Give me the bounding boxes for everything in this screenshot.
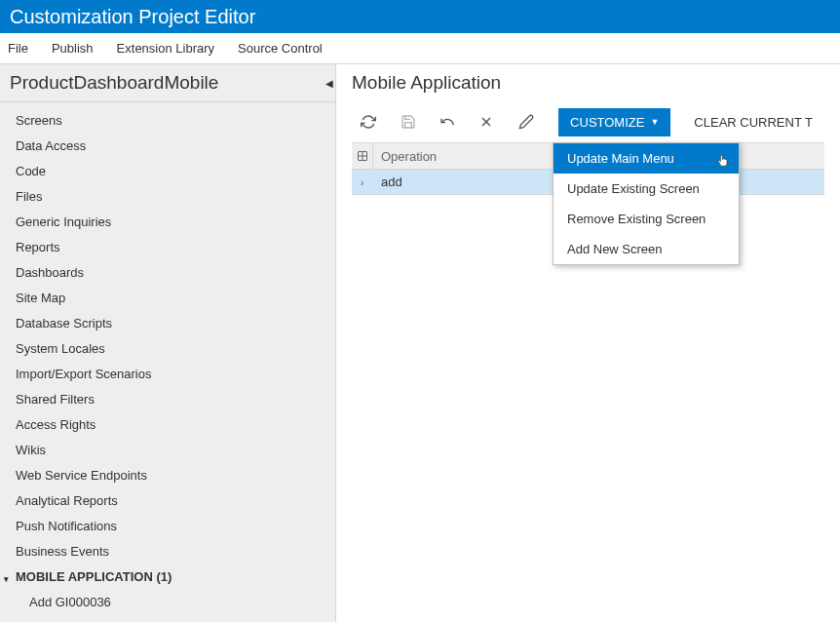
menu-publish[interactable]: Publish xyxy=(52,41,94,56)
customize-button[interactable]: CUSTOMIZE ▼ xyxy=(558,108,670,136)
sidebar-item[interactable]: Business Events xyxy=(0,539,335,564)
sidebar-item[interactable]: Data Access xyxy=(0,134,335,159)
app-header: Customization Project Editor xyxy=(0,0,840,33)
edit-button[interactable] xyxy=(510,107,543,136)
sidebar-item[interactable]: MOBILE APPLICATION (1) xyxy=(0,564,335,590)
grid-header-operation[interactable]: Operation xyxy=(373,149,444,164)
dropdown-update-main-menu[interactable]: Update Main Menu xyxy=(554,143,739,174)
sidebar-item[interactable]: Analytical Reports xyxy=(0,488,335,514)
sidebar-list: ScreensData AccessCodeFilesGeneric Inqui… xyxy=(0,102,335,622)
page-title: Mobile Application xyxy=(336,64,840,101)
sidebar-item[interactable]: Site Map xyxy=(0,286,335,311)
main-panel: Mobile Application CUSTOMIZE ▼ CLE xyxy=(336,64,840,622)
project-name: ProductDashboardMobile xyxy=(10,72,218,93)
dropdown-update-existing-screen[interactable]: Update Existing Screen xyxy=(554,174,739,204)
sidebar: ProductDashboardMobile ◀ ScreensData Acc… xyxy=(0,64,336,622)
table-icon xyxy=(357,150,368,162)
save-button[interactable] xyxy=(391,107,424,136)
customize-label: CUSTOMIZE xyxy=(570,115,644,130)
close-icon xyxy=(478,114,494,130)
undo-button[interactable] xyxy=(431,107,464,136)
dropdown-remove-existing-screen[interactable]: Remove Existing Screen xyxy=(554,204,739,234)
sidebar-item[interactable]: Files xyxy=(0,184,335,210)
sidebar-item[interactable]: Reports xyxy=(0,235,335,260)
sidebar-item[interactable]: Import/Export Scenarios xyxy=(0,362,335,387)
sidebar-item[interactable]: Generic Inquiries xyxy=(0,210,335,235)
sidebar-item[interactable]: Database Scripts xyxy=(0,311,335,336)
dropdown-item-label: Remove Existing Screen xyxy=(567,212,706,226)
collapse-sidebar-icon[interactable]: ◀ xyxy=(325,78,333,89)
chevron-down-icon: ▼ xyxy=(650,117,659,127)
dropdown-item-label: Update Main Menu xyxy=(567,151,674,166)
content: ProductDashboardMobile ◀ ScreensData Acc… xyxy=(0,64,840,622)
save-icon xyxy=(401,114,416,130)
sidebar-item[interactable]: User-Defined Fields xyxy=(0,615,335,622)
dropdown-item-label: Update Existing Screen xyxy=(567,181,700,196)
sidebar-item[interactable]: Dashboards xyxy=(0,260,335,286)
sidebar-item[interactable]: System Locales xyxy=(0,336,335,362)
clear-label: CLEAR CURRENT T xyxy=(694,115,813,130)
app-title: Customization Project Editor xyxy=(10,6,255,28)
menu-file[interactable]: File xyxy=(8,41,28,56)
refresh-button[interactable] xyxy=(352,107,385,136)
menu-source-control[interactable]: Source Control xyxy=(238,41,323,56)
sidebar-title-bar: ProductDashboardMobile ◀ xyxy=(0,64,335,102)
pencil-icon xyxy=(518,114,534,130)
toolbar: CUSTOMIZE ▼ CLEAR CURRENT T xyxy=(336,101,840,142)
cancel-button[interactable] xyxy=(470,107,503,136)
menu-extension-library[interactable]: Extension Library xyxy=(117,41,214,56)
sidebar-item[interactable]: Screens xyxy=(0,108,335,134)
menubar: File Publish Extension Library Source Co… xyxy=(0,33,840,64)
sidebar-item[interactable]: Shared Filters xyxy=(0,387,335,412)
clear-current-button[interactable]: CLEAR CURRENT T xyxy=(682,108,824,136)
refresh-icon xyxy=(361,114,376,130)
sidebar-item[interactable]: Web Service Endpoints xyxy=(0,463,335,488)
sidebar-item[interactable]: Code xyxy=(0,159,335,184)
customize-dropdown: Update Main Menu Update Existing Screen … xyxy=(553,142,740,265)
row-operation-value: add xyxy=(373,175,410,189)
cursor-hand-icon xyxy=(715,153,731,169)
dropdown-item-label: Add New Screen xyxy=(567,242,663,256)
sidebar-item[interactable]: Push Notifications xyxy=(0,514,335,539)
sidebar-item[interactable]: Add GI000036 xyxy=(0,590,335,615)
dropdown-add-new-screen[interactable]: Add New Screen xyxy=(554,234,739,264)
sidebar-item[interactable]: Wikis xyxy=(0,438,335,463)
row-expand-icon[interactable]: › xyxy=(352,176,373,188)
grid-selector-icon[interactable] xyxy=(352,143,373,169)
undo-icon xyxy=(439,114,455,130)
sidebar-item[interactable]: Access Rights xyxy=(0,412,335,438)
